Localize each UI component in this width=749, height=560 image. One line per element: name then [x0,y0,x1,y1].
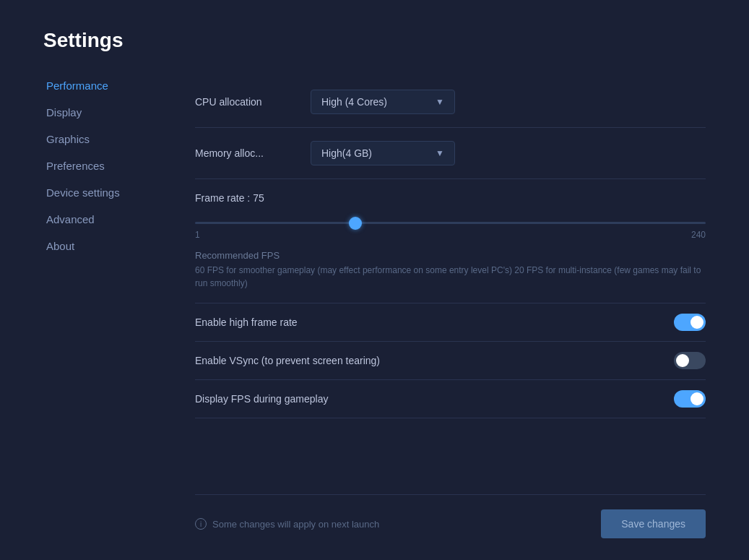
sidebar-item-preferences[interactable]: Preferences [43,154,166,178]
recommended-fps-desc: 60 FPS for smoother gameplay (may effect… [195,264,706,290]
sidebar-item-about[interactable]: About [43,234,166,258]
cpu-allocation-value: High (4 Cores) [321,96,387,108]
vsync-toggle[interactable] [674,352,706,369]
toggle-row-high-frame-rate: Enable high frame rate [195,303,706,342]
vsync-label: Enable VSync (to prevent screen tearing) [195,355,380,366]
settings-section: CPU allocation High (4 Cores) ▼ Memory a… [195,77,706,494]
memory-allocation-value: High(4 GB) [321,147,372,159]
slider-range: 1 240 [195,230,706,240]
info-icon: i [195,518,207,530]
framerate-slider[interactable] [195,222,706,224]
memory-allocation-label: Memory alloc... [195,147,311,159]
sidebar-item-performance[interactable]: Performance [43,74,166,98]
vsync-toggle-knob [676,354,689,367]
slider-min: 1 [195,230,200,240]
memory-dropdown-arrow-icon: ▼ [436,148,444,158]
cpu-allocation-row: CPU allocation High (4 Cores) ▼ [195,77,706,128]
recommended-fps-title: Recommended FPS [195,250,706,261]
slider-max: 240 [691,230,706,240]
high-frame-rate-toggle[interactable] [674,314,706,331]
display-fps-toggle-knob [690,392,703,405]
framerate-section: Frame rate : 75 1 240 Recommended FPS 60… [195,179,706,303]
framerate-label: Frame rate : 75 [195,192,706,204]
cpu-dropdown-arrow-icon: ▼ [436,97,444,107]
memory-allocation-row: Memory alloc... High(4 GB) ▼ [195,128,706,179]
toggle-row-display-fps: Display FPS during gameplay [195,380,706,418]
footer-note: i Some changes will apply on next launch [195,518,379,530]
sidebar-item-display[interactable]: Display [43,100,166,124]
footer: i Some changes will apply on next launch… [195,494,706,538]
sidebar-item-graphics[interactable]: Graphics [43,127,166,151]
main-content: CPU allocation High (4 Cores) ▼ Memory a… [195,74,706,538]
page-title: Settings [43,29,706,52]
save-button[interactable]: Save changes [601,509,706,538]
memory-allocation-dropdown[interactable]: High(4 GB) ▼ [311,141,455,165]
sidebar-item-device-settings[interactable]: Device settings [43,181,166,204]
framerate-slider-wrapper [195,214,706,227]
sidebar-item-advanced[interactable]: Advanced [43,207,166,231]
high-frame-rate-toggle-knob [690,316,703,329]
display-fps-toggle[interactable] [674,390,706,408]
toggle-row-vsync: Enable VSync (to prevent screen tearing) [195,342,706,380]
cpu-allocation-dropdown[interactable]: High (4 Cores) ▼ [311,90,455,114]
recommended-fps: Recommended FPS 60 FPS for smoother game… [195,250,706,290]
footer-note-text: Some changes will apply on next launch [212,519,379,530]
cpu-allocation-label: CPU allocation [195,96,311,108]
sidebar: Performance Display Graphics Preferences… [43,74,166,538]
high-frame-rate-label: Enable high frame rate [195,316,298,328]
display-fps-label: Display FPS during gameplay [195,393,328,405]
